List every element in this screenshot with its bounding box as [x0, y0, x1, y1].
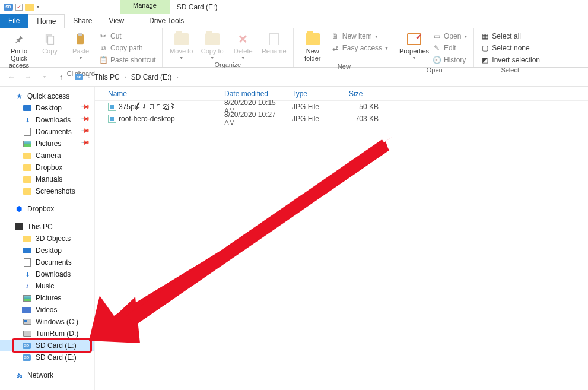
new-item-button[interactable]: 🗎New item ▼: [329, 31, 390, 42]
nav-item[interactable]: SDSD Card (E:): [0, 340, 94, 351]
nav-item[interactable]: Windows (C:): [0, 316, 94, 328]
col-type[interactable]: Type: [287, 90, 344, 98]
select-all-button[interactable]: ▦Select all: [479, 31, 541, 42]
nav-item[interactable]: Dropbox: [0, 161, 94, 173]
explorer-body: ★Quick access Desktop📌⬇Downloads📌Documen…: [0, 87, 588, 390]
up-button[interactable]: ↑: [55, 71, 68, 84]
nav-item[interactable]: ♪Music: [0, 280, 94, 292]
tab-file[interactable]: File: [0, 14, 28, 28]
rename-label: Rename: [262, 47, 287, 55]
nav-item[interactable]: Desktop📌: [0, 102, 94, 114]
nav-item[interactable]: Screenshots: [0, 185, 94, 197]
delete-button[interactable]: ✕Delete▼: [229, 30, 258, 60]
nav-item[interactable]: Desktop: [0, 245, 94, 256]
network-icon: 🖧: [14, 371, 24, 379]
chevron-right-icon[interactable]: ›: [175, 74, 179, 80]
cut-button[interactable]: ✂Cut: [97, 31, 157, 42]
pin-icon: 📌: [81, 102, 94, 115]
history-button[interactable]: 🕘History: [431, 55, 469, 65]
history-label: History: [444, 56, 466, 64]
easy-access-button[interactable]: ⇄Easy access ▼: [329, 43, 390, 53]
breadcrumb-thispc[interactable]: This PC: [93, 72, 121, 83]
copy-icon: [42, 32, 58, 46]
group-select: ▦Select all ▢Select none ◩Invert selecti…: [474, 28, 546, 67]
nav-network[interactable]: 🖧Network: [0, 369, 94, 381]
recent-button[interactable]: ▾: [38, 71, 51, 84]
group-open: Properties▼ ▭Open ▼ ✎Edit 🕘History Open: [395, 28, 474, 67]
select-none-button[interactable]: ▢Select none: [479, 43, 541, 53]
nav-item[interactable]: Videos: [0, 304, 94, 316]
qat-dropdown-icon[interactable]: ▾: [37, 4, 39, 9]
nav-item[interactable]: Camera: [0, 150, 94, 161]
invert-selection-button[interactable]: ◩Invert selection: [479, 55, 541, 65]
group-clipboard: Pin to Quick access Copy Paste ▼ ✂Cut ⧉C…: [0, 28, 163, 67]
nav-item[interactable]: TumRum (D:): [0, 328, 94, 340]
nav-quick-access[interactable]: ★Quick access: [0, 90, 94, 102]
nav-item-label: Manuals: [36, 175, 62, 183]
drive-icon: [23, 318, 32, 326]
paste-shortcut-button[interactable]: 📋Paste shortcut: [97, 55, 157, 65]
nav-pane[interactable]: ★Quick access Desktop📌⬇Downloads📌Documen…: [0, 87, 95, 390]
image-file-icon: [108, 115, 116, 123]
group-open-label: Open: [400, 65, 469, 75]
nav-item[interactable]: ⬇Downloads: [0, 268, 94, 280]
copy-button[interactable]: Copy: [36, 30, 64, 55]
document-icon: [23, 258, 32, 267]
col-date[interactable]: Date modified: [220, 90, 287, 98]
tab-view[interactable]: View: [100, 14, 132, 28]
nav-item[interactable]: Documents📌: [0, 126, 94, 138]
nav-item[interactable]: Documents: [0, 256, 94, 268]
select-none-label: Select none: [492, 44, 529, 52]
nav-network-label: Network: [27, 371, 53, 379]
move-to-button[interactable]: Move to▼: [167, 30, 196, 60]
new-folder-icon: [304, 32, 321, 46]
tab-home[interactable]: Home: [28, 14, 65, 28]
nav-this-pc[interactable]: This PC: [0, 221, 94, 233]
edit-icon: ✎: [432, 43, 441, 53]
chevron-right-icon[interactable]: ›: [87, 74, 91, 80]
tab-share[interactable]: Share: [65, 14, 100, 28]
file-type: JPG File: [287, 103, 344, 111]
qat-checkbox[interactable]: ✓: [15, 4, 23, 11]
copy-to-button[interactable]: Copy to▼: [198, 30, 227, 60]
properties-icon: [406, 32, 422, 46]
breadcrumb[interactable]: SD › This PC › SD Card (E:) ›: [71, 70, 183, 84]
nav-item[interactable]: Pictures📌: [0, 138, 94, 150]
pin-icon: [11, 32, 27, 46]
nav-item[interactable]: Pictures: [0, 292, 94, 304]
new-item-icon: 🗎: [330, 31, 340, 41]
nav-this-pc-label: This PC: [27, 223, 53, 231]
breadcrumb-sdcard[interactable]: SD Card (E:): [130, 72, 173, 83]
col-size[interactable]: Size: [344, 90, 383, 98]
file-row[interactable]: roof-hero-desktop8/20/2020 10:27 AMJPG F…: [95, 113, 588, 125]
nav-item[interactable]: Manuals: [0, 173, 94, 185]
file-list-pane[interactable]: Name Date modified Type Size 375px-ព្រែក…: [95, 87, 588, 390]
nav-dropbox[interactable]: ⬢Dropbox: [0, 203, 94, 215]
nav-item[interactable]: ⬇Downloads📌: [0, 114, 94, 126]
rename-button[interactable]: Rename: [260, 30, 288, 55]
open-button[interactable]: ▭Open ▼: [431, 31, 469, 42]
col-name[interactable]: Name: [95, 90, 220, 98]
nav-item[interactable]: 3D Objects: [0, 233, 94, 245]
pin-label: Pin to Quick access: [5, 47, 33, 69]
svg-rect-2: [77, 34, 84, 45]
easy-access-icon: ⇄: [330, 43, 340, 53]
chevron-right-icon[interactable]: ›: [123, 74, 128, 80]
picture-icon: [23, 294, 32, 302]
folder-icon: [23, 175, 32, 183]
titlebar: SD ✓ ▾ Manage SD Card (E:): [0, 0, 588, 14]
edit-button[interactable]: ✎Edit: [431, 43, 469, 53]
copy-path-button[interactable]: ⧉Copy path: [97, 43, 157, 53]
image-file-icon: [108, 103, 116, 111]
properties-button[interactable]: Properties▼: [400, 30, 428, 60]
nav-quick-access-label: Quick access: [27, 92, 69, 100]
new-folder-button[interactable]: New folder: [298, 30, 327, 62]
file-row[interactable]: 375px-ព្រែកឡុង8/20/2020 10:15 AMJPG File…: [95, 101, 588, 113]
pin-to-quick-access-button[interactable]: Pin to Quick access: [5, 30, 33, 69]
tab-drive-tools[interactable]: Drive Tools: [141, 14, 192, 28]
back-button[interactable]: ←: [5, 71, 18, 84]
forward-button[interactable]: →: [21, 71, 34, 84]
paste-button[interactable]: Paste ▼: [66, 30, 95, 60]
file-rows: 375px-ព្រែកឡុង8/20/2020 10:15 AMJPG File…: [95, 101, 588, 125]
nav-item[interactable]: SDSD Card (E:): [0, 351, 94, 363]
